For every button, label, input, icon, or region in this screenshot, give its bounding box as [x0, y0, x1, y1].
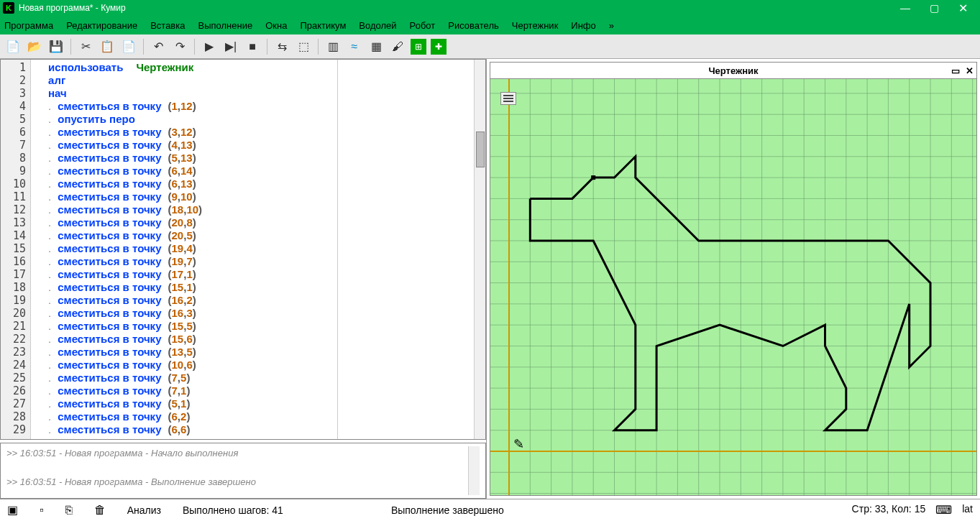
copy-icon[interactable]: 📋 — [99, 38, 116, 55]
status-position: Стр: 33, Кол: 15 — [852, 503, 926, 517]
tool-green1-icon[interactable]: ⊞ — [411, 39, 426, 55]
menu-edit[interactable]: Редактирование — [66, 20, 137, 31]
statusbar: ▣ ▫ ⎘ 🗑 Анализ Выполнено шагов: 41 Выпол… — [0, 499, 980, 520]
canvas-panel-title: Чертежник ▭ ✕ — [490, 62, 977, 79]
keyboard-icon[interactable]: ⌨ — [935, 503, 952, 517]
cut-icon[interactable]: ✂ — [77, 38, 94, 55]
window-title: Новая программа* - Кумир — [19, 3, 891, 13]
editor-side-pane — [337, 60, 474, 439]
status-done: Выполнение завершено — [391, 504, 504, 516]
open-file-icon[interactable]: 📂 — [26, 38, 43, 55]
code-area[interactable]: использовать Чертежник алг нач . сместит… — [31, 60, 337, 439]
canvas-panel-label: Чертежник — [708, 65, 758, 76]
console-line: >> 16:03:51 - Новая программа - Начало в… — [6, 446, 468, 461]
tool2-icon[interactable]: ⬚ — [295, 38, 312, 55]
menubar: Программа Редактирование Вставка Выполне… — [0, 16, 980, 34]
maximize-button[interactable]: ▢ — [920, 0, 948, 16]
menu-draftsman[interactable]: Рисователь — [448, 20, 498, 31]
status-lang: lat — [962, 503, 973, 517]
menu-more[interactable]: » — [609, 20, 614, 31]
svg-text:✎: ✎ — [513, 437, 524, 451]
menu-practicum[interactable]: Практикум — [300, 20, 346, 31]
panel-restore-icon[interactable]: ▭ — [951, 65, 960, 76]
tool3-icon[interactable]: ▥ — [324, 38, 342, 55]
line-gutter: 1234567891011121314151617181920212223242… — [1, 60, 31, 439]
drawing-canvas[interactable]: ✎ — [490, 79, 977, 496]
menu-chertezhnik[interactable]: Чертежник — [512, 20, 559, 31]
tool-green2-icon[interactable]: ✚ — [431, 39, 447, 55]
status-icon4[interactable]: 🗑 — [94, 504, 106, 517]
menu-vodoley[interactable]: Водолей — [359, 20, 396, 31]
redo-icon[interactable]: ↷ — [171, 38, 188, 55]
menu-run[interactable]: Выполнение — [198, 20, 252, 31]
status-analysis: Анализ — [127, 504, 161, 516]
close-button[interactable]: ✕ — [948, 0, 977, 16]
tool-grid-icon[interactable]: ▦ — [367, 38, 385, 55]
console-line: >> 16:03:51 - Новая программа - Выполнен… — [6, 475, 468, 489]
minimize-button[interactable]: — — [891, 0, 920, 16]
menu-info[interactable]: Инфо — [571, 20, 595, 31]
titlebar: K Новая программа* - Кумир — ▢ ✕ — [0, 0, 980, 16]
status-icon3[interactable]: ⎘ — [65, 504, 73, 517]
status-icon2[interactable]: ▫ — [40, 504, 44, 517]
console-scrollbar[interactable] — [468, 446, 480, 495]
app-logo-icon: K — [3, 2, 14, 14]
paste-icon[interactable]: 📄 — [120, 38, 137, 55]
new-file-icon[interactable]: 📄 — [4, 38, 22, 55]
menu-windows[interactable]: Окна — [265, 20, 287, 31]
tool-wave-icon[interactable]: ≈ — [346, 38, 363, 55]
svg-rect-49 — [591, 175, 595, 180]
panel-close-icon[interactable]: ✕ — [966, 65, 974, 76]
menu-program[interactable]: Программа — [4, 20, 53, 31]
tool1-icon[interactable]: ⇆ — [273, 38, 290, 55]
output-console[interactable]: >> 16:03:51 - Новая программа - Начало в… — [0, 443, 486, 499]
menu-robot[interactable]: Робот — [410, 20, 436, 31]
menu-insert[interactable]: Вставка — [150, 20, 185, 31]
toolbar: 📄 📂 💾 ✂ 📋 📄 ↶ ↷ ▶ ▶| ■ ⇆ ⬚ ▥ ≈ ▦ 🖌 ⊞ ✚ — [0, 34, 980, 59]
code-editor[interactable]: 1234567891011121314151617181920212223242… — [0, 59, 486, 440]
step-icon[interactable]: ▶| — [222, 38, 239, 55]
save-icon[interactable]: 💾 — [47, 38, 65, 55]
stop-icon[interactable]: ■ — [244, 38, 261, 55]
tool-brush-icon[interactable]: 🖌 — [389, 38, 406, 55]
canvas-menu-icon[interactable] — [500, 92, 516, 105]
status-icon1[interactable]: ▣ — [7, 503, 18, 517]
editor-scrollbar[interactable] — [474, 60, 485, 439]
run-icon[interactable]: ▶ — [201, 38, 218, 55]
status-steps: Выполнено шагов: 41 — [183, 504, 283, 516]
undo-icon[interactable]: ↶ — [150, 38, 167, 55]
